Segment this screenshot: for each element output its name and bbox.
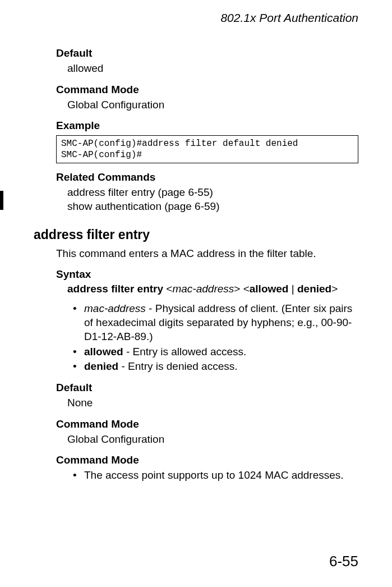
default-heading-2: Default — [56, 382, 358, 394]
default-heading: Default — [56, 47, 358, 59]
command-mode-value-2: Global Configuration — [67, 433, 358, 447]
page: 802.1x Port Authentication Default allow… — [0, 0, 392, 587]
syntax-heading: Syntax — [56, 268, 358, 281]
note-1: The access point supports up to 1024 MAC… — [73, 469, 358, 483]
command-mode-value: Global Configuration — [67, 98, 358, 112]
syntax-opt2: denied — [297, 283, 331, 295]
bullet-denied-text: - Entry is denied access. — [118, 360, 237, 372]
default-value: allowed — [67, 62, 358, 76]
bullet-allowed-bold: allowed — [84, 346, 123, 357]
command-title: address filter entry — [34, 227, 358, 242]
related-commands-heading: Related Commands — [56, 171, 358, 184]
syntax-gt1: > < — [234, 283, 249, 295]
syntax-line: address filter entry <mac-address> <allo… — [67, 283, 358, 295]
syntax-gt2: > — [331, 283, 338, 295]
page-number: 6-55 — [329, 553, 358, 570]
example-code-block: SMC-AP(config)#address filter default de… — [56, 135, 358, 163]
command-mode-heading-2: Command Mode — [56, 418, 358, 430]
running-header: 802.1x Port Authentication — [34, 11, 358, 25]
syntax-lt1: < — [163, 283, 172, 295]
bullet-allowed-text: - Entry is allowed access. — [123, 346, 247, 357]
bullet-mac-address: mac-address - Physical address of client… — [73, 302, 358, 343]
bullet-denied: denied - Entry is denied access. — [73, 360, 358, 374]
syntax-cmd: address filter entry — [67, 283, 163, 295]
bullet-mac-italic: mac-address — [84, 302, 146, 314]
default-value-2: None — [67, 396, 358, 410]
tab-marker — [0, 191, 3, 210]
syntax-pipe: | — [288, 283, 297, 295]
bullet-allowed: allowed - Entry is allowed access. — [73, 345, 358, 359]
syntax-arg: mac-address — [172, 283, 234, 295]
example-heading: Example — [56, 120, 358, 132]
command-mode-heading-3: Command Mode — [56, 454, 358, 466]
command-mode-heading: Command Mode — [56, 84, 358, 96]
bullet-denied-bold: denied — [84, 360, 118, 372]
related-command-1: address filter entry (page 6-55) — [67, 186, 358, 200]
notes-bullets: The access point supports up to 1024 MAC… — [73, 469, 358, 483]
related-command-2: show authentication (page 6-59) — [67, 200, 358, 214]
command-intro: This command enters a MAC address in the… — [56, 247, 358, 261]
syntax-opt1: allowed — [250, 283, 289, 295]
syntax-bullets: mac-address - Physical address of client… — [73, 302, 358, 373]
